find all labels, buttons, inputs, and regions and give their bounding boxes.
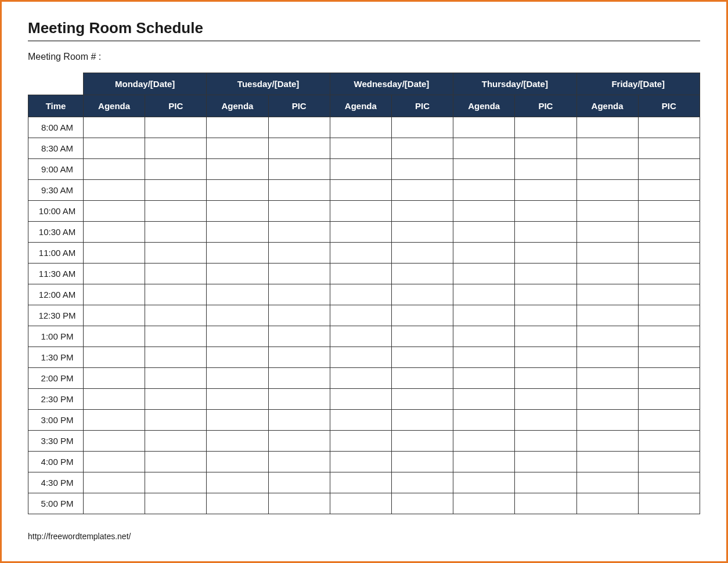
agenda-cell[interactable] bbox=[576, 431, 638, 452]
agenda-cell[interactable] bbox=[84, 117, 145, 138]
agenda-cell[interactable] bbox=[453, 493, 515, 514]
agenda-cell[interactable] bbox=[330, 264, 391, 284]
agenda-cell[interactable] bbox=[576, 284, 638, 305]
pic-cell[interactable] bbox=[638, 326, 700, 347]
pic-cell[interactable] bbox=[145, 410, 207, 431]
agenda-cell[interactable] bbox=[453, 368, 515, 389]
pic-cell[interactable] bbox=[638, 138, 700, 159]
agenda-cell[interactable] bbox=[330, 138, 391, 159]
agenda-cell[interactable] bbox=[84, 368, 145, 389]
agenda-cell[interactable] bbox=[207, 305, 268, 326]
pic-cell[interactable] bbox=[145, 201, 207, 222]
agenda-cell[interactable] bbox=[453, 138, 515, 159]
agenda-cell[interactable] bbox=[576, 264, 638, 284]
agenda-cell[interactable] bbox=[330, 326, 391, 347]
pic-cell[interactable] bbox=[145, 472, 207, 493]
agenda-cell[interactable] bbox=[453, 159, 515, 180]
agenda-cell[interactable] bbox=[330, 243, 391, 264]
agenda-cell[interactable] bbox=[84, 284, 145, 305]
pic-cell[interactable] bbox=[638, 305, 700, 326]
agenda-cell[interactable] bbox=[330, 180, 391, 201]
agenda-cell[interactable] bbox=[330, 159, 391, 180]
pic-cell[interactable] bbox=[515, 201, 576, 222]
agenda-cell[interactable] bbox=[576, 472, 638, 493]
pic-cell[interactable] bbox=[638, 389, 700, 410]
agenda-cell[interactable] bbox=[207, 243, 268, 264]
pic-cell[interactable] bbox=[268, 389, 330, 410]
pic-cell[interactable] bbox=[391, 138, 453, 159]
pic-cell[interactable] bbox=[638, 410, 700, 431]
agenda-cell[interactable] bbox=[330, 472, 391, 493]
agenda-cell[interactable] bbox=[84, 201, 145, 222]
pic-cell[interactable] bbox=[268, 452, 330, 472]
pic-cell[interactable] bbox=[515, 389, 576, 410]
pic-cell[interactable] bbox=[515, 264, 576, 284]
pic-cell[interactable] bbox=[515, 410, 576, 431]
pic-cell[interactable] bbox=[638, 284, 700, 305]
agenda-cell[interactable] bbox=[330, 222, 391, 243]
pic-cell[interactable] bbox=[391, 222, 453, 243]
pic-cell[interactable] bbox=[638, 472, 700, 493]
pic-cell[interactable] bbox=[145, 264, 207, 284]
pic-cell[interactable] bbox=[391, 410, 453, 431]
agenda-cell[interactable] bbox=[576, 368, 638, 389]
agenda-cell[interactable] bbox=[330, 431, 391, 452]
pic-cell[interactable] bbox=[268, 243, 330, 264]
pic-cell[interactable] bbox=[268, 201, 330, 222]
pic-cell[interactable] bbox=[268, 159, 330, 180]
pic-cell[interactable] bbox=[391, 431, 453, 452]
agenda-cell[interactable] bbox=[576, 493, 638, 514]
pic-cell[interactable] bbox=[391, 326, 453, 347]
pic-cell[interactable] bbox=[268, 347, 330, 368]
pic-cell[interactable] bbox=[268, 180, 330, 201]
pic-cell[interactable] bbox=[515, 243, 576, 264]
agenda-cell[interactable] bbox=[207, 222, 268, 243]
agenda-cell[interactable] bbox=[84, 493, 145, 514]
pic-cell[interactable] bbox=[638, 368, 700, 389]
agenda-cell[interactable] bbox=[84, 472, 145, 493]
pic-cell[interactable] bbox=[638, 347, 700, 368]
agenda-cell[interactable] bbox=[207, 368, 268, 389]
pic-cell[interactable] bbox=[515, 180, 576, 201]
agenda-cell[interactable] bbox=[576, 117, 638, 138]
pic-cell[interactable] bbox=[145, 347, 207, 368]
agenda-cell[interactable] bbox=[84, 347, 145, 368]
pic-cell[interactable] bbox=[515, 431, 576, 452]
pic-cell[interactable] bbox=[268, 431, 330, 452]
pic-cell[interactable] bbox=[391, 452, 453, 472]
agenda-cell[interactable] bbox=[207, 326, 268, 347]
pic-cell[interactable] bbox=[268, 493, 330, 514]
agenda-cell[interactable] bbox=[207, 284, 268, 305]
pic-cell[interactable] bbox=[638, 431, 700, 452]
pic-cell[interactable] bbox=[268, 138, 330, 159]
pic-cell[interactable] bbox=[145, 305, 207, 326]
pic-cell[interactable] bbox=[391, 284, 453, 305]
pic-cell[interactable] bbox=[145, 368, 207, 389]
pic-cell[interactable] bbox=[638, 264, 700, 284]
agenda-cell[interactable] bbox=[330, 284, 391, 305]
agenda-cell[interactable] bbox=[207, 410, 268, 431]
pic-cell[interactable] bbox=[145, 326, 207, 347]
pic-cell[interactable] bbox=[638, 493, 700, 514]
pic-cell[interactable] bbox=[638, 243, 700, 264]
pic-cell[interactable] bbox=[391, 159, 453, 180]
agenda-cell[interactable] bbox=[576, 243, 638, 264]
agenda-cell[interactable] bbox=[84, 138, 145, 159]
agenda-cell[interactable] bbox=[576, 452, 638, 472]
pic-cell[interactable] bbox=[391, 389, 453, 410]
agenda-cell[interactable] bbox=[453, 472, 515, 493]
agenda-cell[interactable] bbox=[453, 201, 515, 222]
pic-cell[interactable] bbox=[515, 138, 576, 159]
pic-cell[interactable] bbox=[515, 326, 576, 347]
agenda-cell[interactable] bbox=[453, 264, 515, 284]
agenda-cell[interactable] bbox=[330, 410, 391, 431]
pic-cell[interactable] bbox=[268, 117, 330, 138]
pic-cell[interactable] bbox=[268, 368, 330, 389]
pic-cell[interactable] bbox=[268, 222, 330, 243]
agenda-cell[interactable] bbox=[207, 472, 268, 493]
agenda-cell[interactable] bbox=[84, 410, 145, 431]
pic-cell[interactable] bbox=[145, 222, 207, 243]
agenda-cell[interactable] bbox=[207, 452, 268, 472]
pic-cell[interactable] bbox=[145, 117, 207, 138]
agenda-cell[interactable] bbox=[207, 159, 268, 180]
